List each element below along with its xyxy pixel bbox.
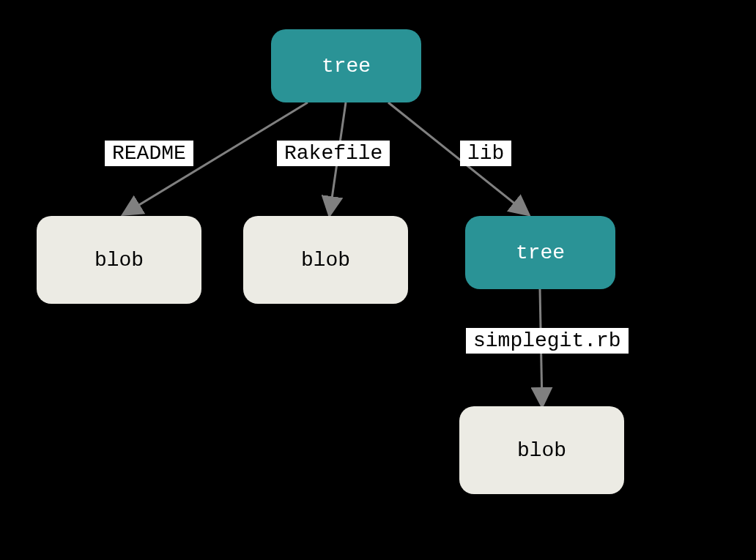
node-label: tree xyxy=(322,55,371,78)
edge-label-rakefile: Rakefile xyxy=(277,141,390,166)
node-label: blob xyxy=(301,249,350,272)
edge-label-simplegit: simplegit.rb xyxy=(466,328,629,354)
node-sub-tree: tree xyxy=(465,216,615,289)
node-root-tree: tree xyxy=(271,29,421,102)
edge-label-readme: README xyxy=(105,141,193,166)
node-label: blob xyxy=(94,249,144,272)
node-label: tree xyxy=(516,242,565,264)
node-blob-simplegit: blob xyxy=(459,406,624,494)
edge-label-lib: lib xyxy=(460,141,511,166)
node-label: blob xyxy=(517,439,566,462)
node-blob-readme: blob xyxy=(37,216,201,304)
node-blob-rakefile: blob xyxy=(243,216,408,304)
